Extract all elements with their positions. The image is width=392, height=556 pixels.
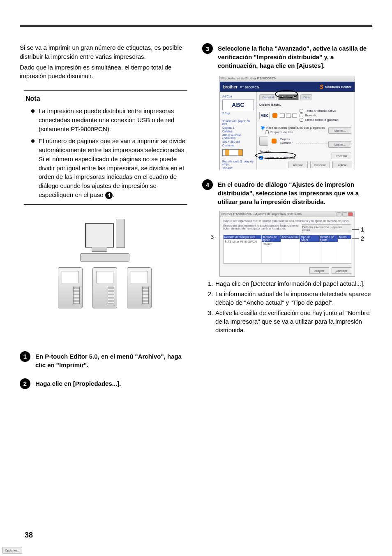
copies-thumb-icon (259, 137, 268, 146)
table-row: 36 mm (263, 243, 279, 246)
tape-preview-icon (222, 149, 243, 156)
top-rule (20, 25, 372, 27)
enumerated-substeps: 1.Haga clic en [Detectar imformación del… (202, 279, 372, 334)
intro-paragraph-1: Si se va a imprimir un gran número de et… (20, 43, 190, 61)
step-number-1: 1 (20, 351, 30, 362)
distributed-settings-screenshot: Brother PT-9800PCN - Ajustes de impresio… (219, 211, 355, 277)
step-2-text: Haga clic en [Propiedades...]. (35, 378, 121, 389)
callout-line (215, 237, 224, 237)
orientation-option-icon[interactable] (292, 114, 297, 118)
orientation-option-icon[interactable] (286, 114, 291, 118)
intro-block: Si se va a imprimir un gran número de et… (20, 43, 190, 81)
step-3-text: Seleccione la ficha "Avanzado", active l… (218, 43, 372, 70)
distributed-checkbox-highlight (255, 152, 296, 159)
format-checkbox[interactable] (300, 109, 303, 113)
distributed-settings-screenshot-wrap: Brother PT-9800PCN - Ajustes de impresio… (211, 211, 363, 277)
preview-abc-icon: ABC (222, 100, 254, 110)
callout-label-1: 1 (361, 226, 364, 233)
note-list: La impresión se puede distribuir entre i… (24, 107, 187, 199)
cancel-button[interactable]: Cancelar (310, 162, 330, 168)
step-2: 2 Haga clic en [Propiedades...]. (20, 378, 190, 389)
page-number: 38 (25, 531, 33, 540)
dialog2-hint2: Seleccione una impresora y, a continuaci… (223, 224, 300, 233)
left-column: Si se va a imprimir un gran número de et… (20, 43, 190, 389)
close-icon[interactable] (348, 212, 353, 216)
orientation-selected-icon (272, 113, 277, 118)
label-cloth-checkbox[interactable] (265, 130, 269, 134)
dialog-right-panel: General Avanzado Otra Diseño Básic. ABC (257, 92, 355, 170)
table-row: Brother PT-9800PCN (230, 240, 257, 243)
table-header-info: Tamaño de ajuste (319, 235, 338, 242)
settings-button[interactable]: Ajustes... (328, 127, 351, 134)
settings-button-2[interactable]: Ajustes... (328, 141, 351, 148)
substep-1: 1.Haga clic en [Detectar imformación del… (208, 279, 372, 288)
step-3: 3 Seleccione la ficha "Avanzado", active… (202, 43, 372, 70)
right-column: 3 Seleccione la ficha "Avanzado", active… (202, 43, 372, 389)
tab-other[interactable]: Otra (300, 94, 313, 100)
dialog2-hint1: Indique las impresoras que se usarán par… (223, 220, 351, 222)
minimize-icon[interactable] (337, 212, 341, 216)
note-item-2: El número de páginas que se van a imprim… (31, 137, 187, 199)
monitor-icon (85, 223, 114, 248)
orientation-option-icon[interactable] (280, 114, 285, 118)
dialog-titlebar: Propiedades de Brother PT-9800PCN (220, 76, 355, 82)
detect-paper-button[interactable]: Detectar información del papel actual... (302, 224, 351, 233)
table-header-width: Tamaño de ajuste (262, 235, 281, 242)
printer-row-checkbox[interactable] (225, 240, 228, 243)
inline-step-ref-4: 4 (105, 192, 113, 199)
properties-dialog-screenshot: Propiedades de Brother PT-9800PCN brothe… (219, 76, 355, 170)
step-4-text: En el cuadro de diálogo "Ajustes de impr… (218, 179, 372, 206)
substep-2: 2.La información actual de la impresora … (208, 290, 372, 307)
callout-label-3: 3 (210, 233, 214, 240)
tab-general[interactable]: General (259, 94, 277, 100)
printer-icon (58, 267, 83, 308)
format-checkbox[interactable] (300, 118, 303, 122)
step-1-text: En P-touch Editor 5.0, en el menú "Archi… (35, 351, 190, 369)
callout-line (352, 229, 359, 230)
advanced-tab-highlight (275, 90, 298, 98)
table-header-cur: Ancho actual (281, 235, 300, 239)
step-number-4: 4 (202, 179, 213, 190)
step-1: 1 En P-touch Editor 5.0, en el menú "Arc… (20, 351, 190, 369)
label-type-radio[interactable] (261, 126, 265, 130)
cancel-button[interactable]: Cancelar (332, 267, 351, 274)
ok-button[interactable]: Aceptar (288, 162, 308, 168)
dialog-left-preview: A4/Cort ABC 2 Esp. Tamaño del papel: 36 … (220, 92, 257, 170)
table-header-notes: Notas (338, 235, 351, 239)
callout-label-2: 2 (361, 235, 364, 242)
apply-button[interactable]: Aplicar (332, 162, 352, 168)
step-4: 4 En el cuadro de diálogo "Ajustes de im… (202, 179, 372, 206)
substep-3: 3.Active la casilla de verificación que … (208, 308, 372, 334)
usb-hub-icon (80, 253, 129, 262)
note-block: Nota La impresión se puede distribuir en… (20, 86, 190, 211)
redefine-button[interactable]: Redefinir (332, 153, 351, 159)
printers-table: Nombre de la impresora Brother PT-9800PC… (223, 235, 351, 264)
step-number-2: 2 (20, 378, 30, 389)
format-abc-icon: ABC (259, 112, 270, 119)
table-header-type: Tipo de papel (300, 235, 319, 242)
maximize-icon[interactable] (342, 212, 347, 216)
computer-tower-icon (116, 219, 125, 248)
callout-line (352, 239, 359, 239)
note-item-1: La impresión se puede distribuir entre i… (31, 107, 187, 133)
copies-dot-icon (272, 139, 277, 144)
intro-paragraph-2: Dado que la impresión es simultánea, el … (20, 63, 190, 81)
printer-icon (127, 267, 152, 308)
printers-illustration (20, 219, 190, 342)
printer-icon (92, 267, 117, 308)
page-columns: Si se va a imprimir un gran número de et… (20, 43, 372, 389)
step-number-3: 3 (202, 43, 213, 54)
format-checkbox[interactable] (300, 114, 303, 117)
dialog2-titlebar: Brother PT-9800PCN - Ajustes de impresio… (220, 211, 355, 217)
ok-button[interactable]: Aceptar (309, 267, 329, 274)
table-header-name: Nombre de la impresora (224, 235, 261, 239)
note-title: Nota (24, 95, 187, 102)
